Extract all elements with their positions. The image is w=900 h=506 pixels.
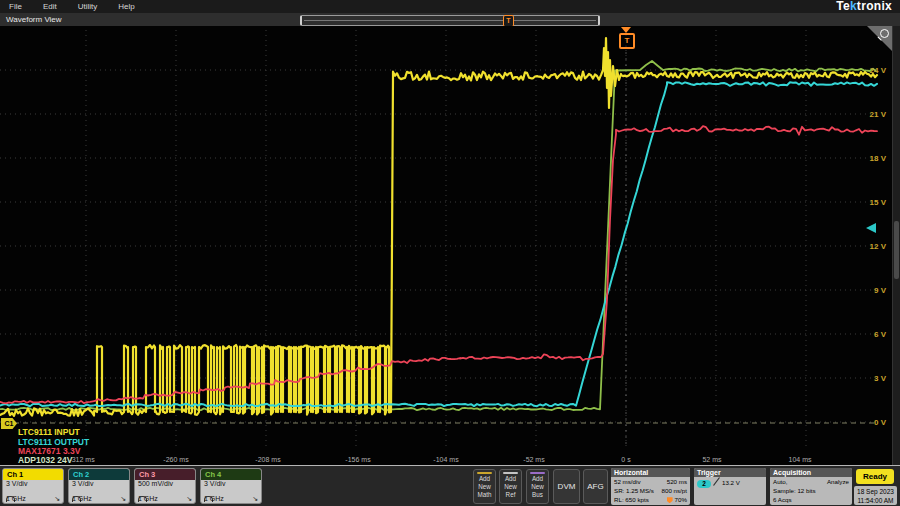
waveform-display[interactable]: T 24 V 21 V 18 V 15 V 12 V 9 V 6 V 3 V 0… [0,26,900,465]
t-axis-label: -260 ms [158,456,194,463]
sample-rate: SR: 1.25 MS/s [614,486,654,495]
ch2-bandwidth: 1 GHz [72,494,92,503]
acquisition-panel[interactable]: Acquisition Auto,Analyze Sample: 12 bits… [770,468,852,505]
add-new-ref-button[interactable]: Add New Ref [499,469,522,504]
trigger-level: 13.2 V [722,479,740,486]
v-axis-label: 9 V [852,286,886,295]
horizontal-window: 520 ms [667,477,687,486]
ch4-name: Ch 4 [201,469,261,480]
tektronix-logo: Tektronix [836,0,892,13]
channel-badge-ch4[interactable]: Ch 4 3 V/div 1 GHz↘ [200,468,262,504]
t-axis-label: -208 ms [250,456,286,463]
ch2-vdiv: 3 V/div [69,480,129,488]
channel-badge-ch2[interactable]: Ch 2 3 V/div 1 GHz↘ [68,468,130,504]
legend-ch1: LTC9111 INPUT [18,427,80,437]
bandwidth-icon: ↘ [120,494,126,503]
ch2-name: Ch 2 [69,469,129,480]
trace-ch2-ltc9111-output [0,82,877,406]
trigger-title: Trigger [694,468,766,477]
v-axis-label: 24 V [852,66,886,75]
t-axis-label: -52 ms [516,456,552,463]
menu-bar: File Edit Utility Help Tektronix [0,0,900,13]
magnifier-icon [880,29,889,38]
channel-badge-ch3[interactable]: Ch 3 500 mV/div 1 GHz↘ [134,468,196,504]
ch4-vdiv: 3 V/div [201,480,261,488]
bandwidth-icon: ↘ [54,494,60,503]
t-axis-label: 52 ms [694,456,730,463]
acq-count: 6 Acqs [773,495,792,504]
trigger-position-flag[interactable]: T [619,27,633,49]
tab-bar: Waveform View T [0,13,900,27]
resolution: 800 ns/pt [662,486,687,495]
math-accent [477,472,492,474]
v-axis-label: 15 V [852,198,886,207]
add-new-bus-button[interactable]: Add New Bus [526,469,549,504]
acq-analyze: Analyze [827,477,849,486]
trigger-source-badge: 2 [697,480,711,488]
vertical-scrollbar[interactable] [892,26,900,465]
t-axis-label: -104 ms [428,456,464,463]
ch1-name: Ch 1 [3,469,63,480]
t-axis-label: 0 s [608,456,644,463]
v-axis-label: 6 V [852,330,886,339]
ch1-bandwidth: 1 GHz [6,494,26,503]
menu-help[interactable]: Help [118,2,134,11]
t-axis-label: -156 ms [340,456,376,463]
dvm-button[interactable]: DVM [553,469,580,504]
vertical-scrollbar-handle[interactable] [894,221,899,279]
horizontal-scale: 52 ms/div [614,477,640,486]
v-axis-label: 18 V [852,154,886,163]
datetime-panel: 18 Sep 2023 11:54:00 AM [854,486,897,505]
afg-button[interactable]: AFG [583,469,608,504]
ch3-name: Ch 3 [135,469,195,480]
ready-status-button[interactable]: Ready [856,469,894,484]
menu-edit[interactable]: Edit [43,2,57,11]
acquisition-overview-bar[interactable]: T [300,15,600,26]
channel-badge-ch1[interactable]: Ch 1 3 V/div 1 GHz↘ [2,468,64,504]
rising-edge-icon [713,477,720,490]
oscilloscope-app: File Edit Utility Help Tektronix Wavefor… [0,0,900,506]
bandwidth-icon: ↘ [186,494,192,503]
bus-accent [530,472,545,474]
trigger-position-pct: 70% [675,496,687,503]
settings-bar: Ch 1 3 V/div 1 GHz↘ Ch 2 3 V/div 1 GHz↘ … [0,465,900,506]
ch3-vdiv: 500 mV/div [135,480,195,488]
ch1-vdiv: 3 V/div [3,480,63,488]
add-new-math-button[interactable]: Add New Math [473,469,496,504]
v-axis-label: 3 V [852,374,886,383]
trigger-position-icon [667,497,673,503]
trigger-panel[interactable]: Trigger 213.2 V [694,468,766,505]
trigger-level-arrow-icon[interactable] [866,223,876,233]
ref-accent [503,472,518,474]
tab-waveform-view[interactable]: Waveform View [6,13,62,26]
ch4-bandwidth: 1 GHz [204,494,224,503]
v-axis-label: 0 V [852,418,886,427]
bandwidth-icon: ↘ [252,494,258,503]
horizontal-panel[interactable]: Horizontal 52 ms/div520 ms SR: 1.25 MS/s… [611,468,690,505]
v-axis-label: 12 V [852,242,886,251]
trace-ch3-max17671-3v3 [0,126,877,403]
acq-mode: Auto, [773,477,787,486]
horizontal-title: Horizontal [611,468,690,477]
legend-ch4: ADP1032 24V [18,455,72,465]
v-axis-label: 21 V [852,110,886,119]
waveform-canvas [0,26,900,465]
trigger-t-icon: T [619,33,635,49]
date: 18 Sep 2023 [854,487,897,496]
trace-ch4-adp1032-24v [0,61,876,410]
t-axis-label: 104 ms [782,456,818,463]
menu-file[interactable]: File [9,2,22,11]
time: 11:54:00 AM [854,496,897,505]
record-length: RL: 650 kpts [614,495,649,504]
ch3-bandwidth: 1 GHz [138,494,158,503]
acquisition-title: Acquisition [770,468,852,477]
acq-sample: Sample: 12 bits [773,486,816,495]
menu-utility[interactable]: Utility [78,2,98,11]
